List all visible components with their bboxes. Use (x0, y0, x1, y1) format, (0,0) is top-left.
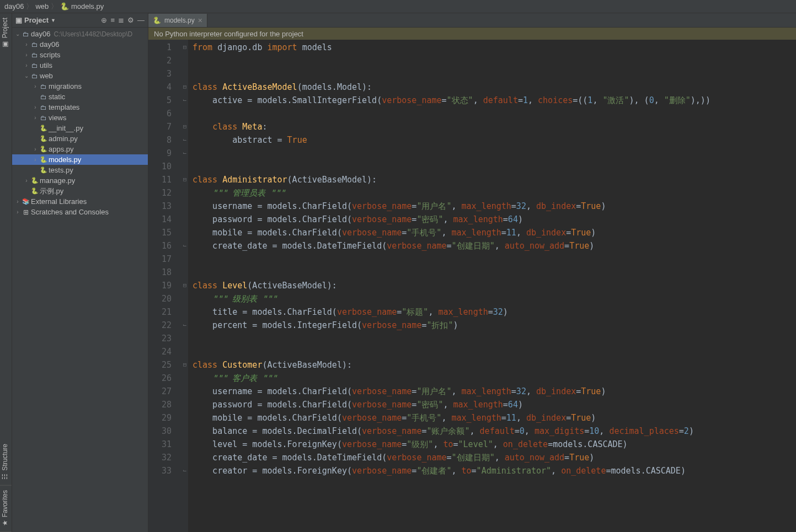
tree-item[interactable]: 🐍__init__.py (12, 123, 148, 133)
code-line[interactable]: username = models.CharField(verbose_name… (193, 385, 796, 398)
fold-toggle[interactable] (181, 438, 188, 451)
tree-item[interactable]: ›🗀day06 (12, 39, 148, 50)
fold-toggle[interactable] (181, 424, 188, 438)
code-line[interactable] (193, 345, 796, 358)
code-line[interactable] (193, 147, 796, 160)
breadcrumb[interactable]: day06 〉 web 〉 🐍 models.py (4, 2, 104, 12)
code-line[interactable]: """ 级别表 """ (193, 292, 796, 305)
fold-toggle[interactable] (181, 252, 188, 266)
project-view-selector[interactable]: ▣Project ▼ (15, 16, 98, 24)
code-editor[interactable]: 1234⬇56789101112131415161718192021222324… (148, 40, 796, 532)
code-line[interactable]: balance = models.DecimalField(verbose_na… (193, 424, 796, 438)
breadcrumb-item[interactable]: 🐍 models.py (60, 2, 104, 10)
chevron-right-icon[interactable]: › (23, 41, 30, 47)
fold-toggle[interactable] (181, 345, 188, 358)
fold-toggle[interactable]: ⊟ (181, 173, 188, 186)
fold-toggle[interactable] (181, 200, 188, 213)
code-line[interactable]: class Meta: (193, 120, 796, 133)
expand-all-button[interactable]: ≡ (110, 16, 115, 24)
fold-toggle[interactable]: ⌙ (181, 94, 188, 107)
code-line[interactable]: class Administrator(ActiveBaseModel): (193, 173, 796, 186)
code-line[interactable]: title = models.CharField(verbose_name="标… (193, 305, 796, 319)
tree-item[interactable]: ›🐍apps.py (12, 144, 148, 154)
tree-item[interactable]: 🐍tests.py (12, 165, 148, 175)
fold-toggle[interactable]: ⌙ (181, 147, 188, 160)
chevron-down-icon[interactable]: ⌄ (14, 31, 21, 37)
code-line[interactable]: create_date = models.DateTimeField(verbo… (193, 239, 796, 252)
fold-toggle[interactable] (181, 411, 188, 424)
tree-item[interactable]: ›📚External Libraries (12, 196, 148, 207)
select-opened-file-button[interactable]: ⊕ (101, 16, 107, 24)
code-line[interactable]: from django.db import models (193, 41, 796, 54)
fold-toggle[interactable]: ⊟ (181, 80, 188, 94)
chevron-down-icon[interactable]: ⌄ (23, 73, 30, 79)
chevron-right-icon[interactable]: › (32, 83, 39, 89)
code-line[interactable]: creator = models.ForeignKey(verbose_name… (193, 464, 796, 477)
code-line[interactable]: level = models.ForeignKey(verbose_name="… (193, 438, 796, 451)
favorites-tool-tab[interactable]: ★Favorites (0, 486, 12, 532)
code-line[interactable] (193, 67, 796, 80)
code-line[interactable]: password = models.CharField(verbose_name… (193, 213, 796, 226)
fold-toggle[interactable] (181, 292, 188, 305)
code-line[interactable]: percent = models.IntegerField(verbose_na… (193, 319, 796, 332)
code-line[interactable]: username = models.CharField(verbose_name… (193, 200, 796, 213)
code-line[interactable] (193, 252, 796, 266)
breadcrumb-item[interactable]: day06 (4, 2, 24, 10)
chevron-right-icon[interactable]: › (23, 62, 30, 68)
fold-toggle[interactable] (181, 213, 188, 226)
fold-toggle[interactable]: ⌙ (181, 133, 188, 147)
tree-item[interactable]: ›🐍manage.py (12, 175, 148, 186)
fold-toggle[interactable] (181, 107, 188, 120)
hide-button[interactable]: — (137, 16, 145, 24)
chevron-right-icon[interactable]: › (32, 157, 39, 163)
tree-item[interactable]: 🐍示例.py (12, 186, 148, 196)
fold-toggle[interactable]: ⌙ (181, 239, 188, 252)
fold-toggle[interactable] (181, 266, 188, 279)
fold-toggle[interactable]: ⌙ (181, 464, 188, 477)
tree-item[interactable]: ⌄🗀web (12, 71, 148, 81)
code-line[interactable] (193, 107, 796, 120)
chevron-right-icon[interactable]: › (32, 115, 39, 121)
fold-toggle[interactable] (181, 226, 188, 239)
breadcrumb-item[interactable]: web (35, 2, 49, 10)
tree-item[interactable]: ›⊞Scratches and Consoles (12, 207, 148, 217)
tree-item[interactable]: ›🗀templates (12, 102, 148, 112)
code-line[interactable]: active = models.SmallIntegerField(verbos… (193, 94, 796, 107)
fold-toggle[interactable] (181, 54, 188, 67)
code-line[interactable]: create_date = models.DateTimeField(verbo… (193, 451, 796, 464)
chevron-right-icon[interactable]: › (23, 52, 30, 58)
structure-tool-tab[interactable]: ☷Structure (0, 439, 12, 486)
code-line[interactable]: mobile = models.CharField(verbose_name="… (193, 411, 796, 424)
project-tool-tab[interactable]: ▣Project (0, 13, 12, 52)
code-line[interactable]: mobile = models.CharField(verbose_name="… (193, 226, 796, 239)
chevron-right-icon[interactable]: › (23, 178, 30, 184)
code-line[interactable]: class Level(ActiveBaseModel): (193, 279, 796, 292)
code-line[interactable]: """ 管理员表 """ (193, 186, 796, 200)
code-line[interactable] (193, 160, 796, 173)
code-line[interactable] (193, 332, 796, 345)
close-icon[interactable]: × (198, 16, 202, 25)
fold-gutter[interactable]: ⊟⊟⌙⊟⌙⌙⊟⌙⊟⌙⊟⌙ (181, 40, 188, 532)
fold-toggle[interactable]: ⊟ (181, 279, 188, 292)
tree-item[interactable]: ›🗀migrations (12, 81, 148, 92)
collapse-all-button[interactable]: ≣ (118, 16, 124, 24)
fold-toggle[interactable]: ⊟ (181, 358, 188, 372)
tree-item[interactable]: ›🗀utils (12, 60, 148, 71)
interpreter-warning-banner[interactable]: No Python interpreter configured for the… (148, 28, 796, 40)
settings-button[interactable]: ⚙ (127, 16, 134, 24)
code-line[interactable] (193, 266, 796, 279)
fold-toggle[interactable] (181, 186, 188, 200)
fold-toggle[interactable]: ⊟ (181, 120, 188, 133)
tree-item[interactable]: 🐍admin.py (12, 133, 148, 144)
code-line[interactable]: class Customer(ActiveBaseModel): (193, 358, 796, 372)
fold-toggle[interactable] (181, 385, 188, 398)
tree-item[interactable]: ›🗀scripts (12, 50, 148, 60)
code-line[interactable]: abstract = True (193, 133, 796, 147)
tree-item[interactable]: ›🗀views (12, 112, 148, 123)
chevron-right-icon[interactable]: › (14, 209, 21, 215)
tree-item[interactable]: ›🐍models.py (12, 154, 148, 165)
code-line[interactable] (193, 54, 796, 67)
chevron-right-icon[interactable]: › (32, 146, 39, 152)
editor-tab-models[interactable]: 🐍 models.py × (148, 14, 207, 27)
fold-toggle[interactable] (181, 332, 188, 345)
